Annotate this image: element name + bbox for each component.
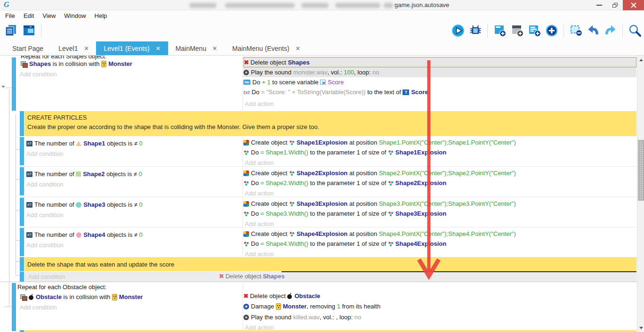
comment-create-particles[interactable]: CREATE PARTICLES Create the proper one a… — [24, 111, 636, 136]
vertical-scrollbar[interactable] — [637, 56, 644, 332]
object-name: Shape3Explosion — [395, 210, 446, 217]
restore-button[interactable] — [608, 0, 622, 10]
action-create-shape2explosion[interactable]: Create object Shape2Explosion at positio… — [243, 168, 636, 178]
minimize-button[interactable] — [592, 0, 606, 10]
scroll-down-icon[interactable] — [639, 327, 643, 329]
tab-close-icon[interactable]: ✕ — [84, 46, 89, 51]
action-set-score-text[interactable]: txtDo = "Score: " + ToString(Variable(Sc… — [243, 87, 636, 97]
action-create-shape4explosion[interactable]: Create object Shape4Explosion at positio… — [243, 229, 636, 239]
add-condition-button[interactable]: Add condition — [26, 179, 64, 189]
action-text: Delete object — [250, 292, 288, 300]
create-object-icon — [243, 201, 249, 207]
particle-icon — [388, 150, 394, 155]
drop-target-row[interactable] — [24, 272, 636, 282]
undo-icon[interactable] — [586, 24, 600, 38]
scrollbar-thumb[interactable] — [638, 140, 644, 201]
add-condition-button[interactable]: Add condition — [26, 240, 64, 250]
condition-text: objects is ≠ — [105, 140, 139, 147]
tab-start-page[interactable]: Start Page — [5, 41, 51, 55]
toolbar — [0, 21, 644, 41]
count-value: 0 — [139, 201, 143, 208]
preview-play-icon[interactable] — [451, 24, 465, 38]
delete-selection-icon[interactable] — [569, 24, 583, 38]
menu-help[interactable]: Help — [90, 12, 112, 19]
tab-close-icon[interactable]: ✕ — [156, 46, 161, 51]
add-other-event-icon[interactable] — [545, 24, 559, 38]
action-damage-monster[interactable]: Damage Monster, removing 1 from its heal… — [243, 301, 636, 311]
tab-level1[interactable]: Level1✕ — [51, 41, 96, 55]
tree-guide — [6, 88, 12, 88]
tab-close-icon[interactable]: ✕ — [296, 46, 300, 51]
scroll-up-icon[interactable] — [639, 59, 643, 61]
tree-guide — [16, 179, 20, 180]
tree-guide — [9, 89, 9, 307]
condition-shape4-count[interactable]: x?The number of Shape4 objects is ≠ 0 — [26, 230, 143, 240]
add-comment-icon[interactable] — [527, 24, 541, 38]
menu-file[interactable]: File — [1, 12, 19, 19]
action-resize-shape1explosion[interactable]: Do = Shape1.Width() to the parameter 1 o… — [243, 147, 636, 157]
tab-close-icon[interactable]: ✕ — [212, 46, 217, 51]
start-page-icon[interactable] — [22, 24, 36, 38]
object-name: Shape1 — [83, 140, 105, 147]
add-action-button[interactable]: Add action — [245, 99, 637, 109]
action-resize-shape3explosion[interactable]: Do = Shape3.Width() to the parameter 1 o… — [243, 209, 636, 219]
action-text: , loop: — [354, 69, 372, 76]
add-condition-button[interactable]: Add condition — [26, 149, 64, 159]
expand-arrow-icon[interactable] — [1, 86, 5, 88]
action-resize-shape4explosion[interactable]: Do = Shape4.Width() to the parameter 1 o… — [243, 239, 636, 249]
action-play-sound-killed[interactable]: Play the sound killed.wav, vol.: , loop:… — [243, 312, 636, 322]
tab-level1-events[interactable]: Level1 (Events)✕ — [96, 41, 168, 55]
condition-obstacle-collision[interactable]: Obstacle is in collision with Monster — [20, 292, 143, 302]
event6-repeat-header[interactable]: Repeat for each Obstacle object: — [17, 283, 106, 291]
condition-shape2-count[interactable]: x?The number of Shape2 objects is ≠ 0 — [26, 169, 142, 179]
menu-edit[interactable]: Edit — [19, 12, 38, 19]
position-expression: Shape1.PointX("Center");Shape1.PointY("C… — [379, 139, 516, 146]
add-sub-event-icon[interactable] — [510, 24, 524, 38]
sound-file: monster.wav — [293, 69, 328, 76]
redo-icon[interactable] — [604, 24, 618, 38]
debug-icon[interactable] — [468, 24, 483, 38]
add-condition-button[interactable]: Add condition — [28, 272, 65, 282]
menu-view[interactable]: View — [38, 12, 60, 19]
condition-shape1-count[interactable]: x?The number of Shape1 objects is ≠ 0 — [26, 138, 143, 148]
tab-mainmenu-events[interactable]: MainMenu (Events)✕ — [225, 41, 307, 55]
comment-delete-shape[interactable]: Delete the shape that was eaten and upda… — [24, 257, 636, 271]
action-add-score-variable[interactable]: VarDo + 1 to scene variable Score — [243, 77, 636, 87]
action-create-shape3explosion[interactable]: Create object Shape3Explosion at positio… — [243, 199, 636, 209]
position-expression: Shape2.PointX("Center");Shape2.PointY("C… — [379, 170, 516, 177]
action-create-shape1explosion[interactable]: Create object Shape1Explosion at positio… — [243, 138, 636, 147]
editor-tabs: Start Page Level1✕ Level1 (Events)✕ Main… — [0, 41, 644, 56]
add-event-icon[interactable] — [492, 24, 507, 38]
add-condition-button[interactable]: Add condition — [26, 210, 64, 220]
action-delete-obstacle[interactable]: ✖Delete object Obstacle — [243, 291, 636, 301]
search-icon[interactable] — [628, 24, 642, 38]
tree-guide — [4, 307, 12, 307]
object-name: Shapes — [288, 59, 309, 66]
object-name: Shape2 — [83, 170, 105, 178]
object-count-icon: x? — [26, 232, 32, 238]
project-manager-icon[interactable] — [4, 24, 18, 38]
action-delete-shapes[interactable]: ✖Delete object Shapes — [243, 57, 636, 67]
action-text: at position — [347, 170, 379, 177]
particle-icon — [289, 201, 295, 207]
action-resize-shape2explosion[interactable]: Do = Shape2.Width() to the parameter 1 o… — [243, 178, 636, 188]
particle-icon — [243, 150, 249, 155]
menu-window[interactable]: Window — [60, 12, 90, 19]
tab-mainmenu[interactable]: MainMenu✕ — [168, 41, 225, 55]
object-count-icon: x? — [26, 202, 32, 208]
add-condition-button[interactable]: Add condition — [20, 302, 57, 312]
event-separator — [20, 166, 636, 167]
size-expression: = Shape3.Width() — [260, 210, 308, 217]
app-logo-icon: G — [4, 0, 9, 9]
tree-guide — [16, 240, 20, 241]
condition-shape3-count[interactable]: x?The number of Shape3 objects is ≠ 0 — [26, 200, 143, 210]
close-button[interactable] — [623, 0, 644, 10]
events-sheet: Repeat for each Shapes object: Shapes is… — [0, 56, 637, 332]
create-object-icon — [243, 170, 249, 176]
condition-shapes-collision[interactable]: Shapes is in collision with Monster — [21, 59, 132, 69]
add-condition-button[interactable]: Add condition — [20, 69, 57, 79]
tree-guide — [16, 114, 16, 275]
action-play-sound-monster[interactable]: Play the sound monster.wav, vol.: 100, l… — [243, 67, 636, 77]
collision-icon — [21, 61, 27, 67]
action-text: Delete object — [225, 273, 263, 280]
